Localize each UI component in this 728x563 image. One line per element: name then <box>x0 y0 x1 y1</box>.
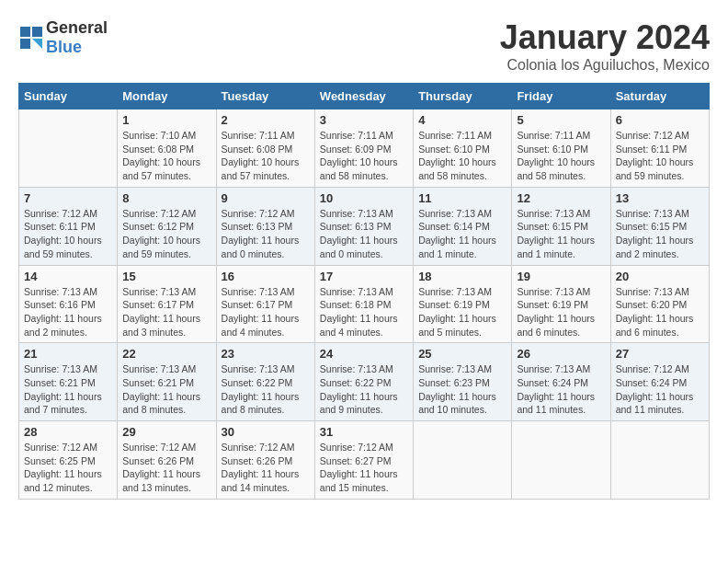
calendar-day-cell: 13Sunrise: 7:13 AM Sunset: 6:15 PM Dayli… <box>610 187 709 265</box>
day-detail: Sunrise: 7:12 AM Sunset: 6:26 PM Dayligh… <box>222 441 310 495</box>
day-of-week-header: Friday <box>512 84 610 109</box>
calendar-day-cell: 21Sunrise: 7:13 AM Sunset: 6:21 PM Dayli… <box>19 343 118 421</box>
logo-blue: Blue <box>46 38 82 56</box>
calendar-day-cell: 8Sunrise: 7:12 AM Sunset: 6:12 PM Daylig… <box>118 187 216 265</box>
day-number: 27 <box>616 347 704 361</box>
day-detail: Sunrise: 7:12 AM Sunset: 6:11 PM Dayligh… <box>616 129 704 183</box>
title-section: January 2024 Colonia los Aguiluchos, Mex… <box>500 18 710 74</box>
day-detail: Sunrise: 7:13 AM Sunset: 6:17 PM Dayligh… <box>122 285 210 339</box>
svg-rect-2 <box>32 27 42 37</box>
day-detail: Sunrise: 7:13 AM Sunset: 6:22 PM Dayligh… <box>320 362 408 417</box>
calendar-day-cell: 20Sunrise: 7:13 AM Sunset: 6:20 PM Dayli… <box>610 265 709 343</box>
day-number: 10 <box>320 191 408 205</box>
day-number: 15 <box>122 270 210 283</box>
day-number: 28 <box>24 425 112 439</box>
day-of-week-header: Thursday <box>414 84 512 109</box>
calendar-day-cell: 15Sunrise: 7:13 AM Sunset: 6:17 PM Dayli… <box>118 265 216 343</box>
day-number: 31 <box>320 425 408 439</box>
svg-rect-1 <box>20 27 30 37</box>
day-detail: Sunrise: 7:13 AM Sunset: 6:14 PM Dayligh… <box>418 207 506 261</box>
day-detail: Sunrise: 7:13 AM Sunset: 6:22 PM Dayligh… <box>222 362 310 417</box>
day-detail: Sunrise: 7:13 AM Sunset: 6:16 PM Dayligh… <box>24 285 112 339</box>
logo-icon <box>18 25 44 51</box>
day-number: 22 <box>122 347 210 361</box>
calendar-day-cell: 9Sunrise: 7:12 AM Sunset: 6:13 PM Daylig… <box>216 187 314 265</box>
logo-text: General Blue <box>46 18 108 57</box>
day-number: 9 <box>222 191 310 205</box>
calendar-day-cell <box>512 421 610 500</box>
day-detail: Sunrise: 7:13 AM Sunset: 6:18 PM Dayligh… <box>320 285 408 339</box>
calendar-day-cell: 19Sunrise: 7:13 AM Sunset: 6:19 PM Dayli… <box>512 265 610 343</box>
day-detail: Sunrise: 7:12 AM Sunset: 6:13 PM Dayligh… <box>222 207 310 261</box>
calendar-day-cell: 22Sunrise: 7:13 AM Sunset: 6:21 PM Dayli… <box>118 343 216 421</box>
day-of-week-header: Tuesday <box>216 84 314 109</box>
day-detail: Sunrise: 7:13 AM Sunset: 6:13 PM Dayligh… <box>320 207 408 261</box>
calendar-day-cell: 5Sunrise: 7:11 AM Sunset: 6:10 PM Daylig… <box>512 109 610 188</box>
day-number: 24 <box>320 347 408 361</box>
day-detail: Sunrise: 7:13 AM Sunset: 6:24 PM Dayligh… <box>517 362 605 417</box>
day-detail: Sunrise: 7:13 AM Sunset: 6:15 PM Dayligh… <box>616 207 704 261</box>
calendar-day-cell: 3Sunrise: 7:11 AM Sunset: 6:09 PM Daylig… <box>314 109 413 188</box>
day-number: 1 <box>122 113 210 127</box>
calendar-week-row: 1Sunrise: 7:10 AM Sunset: 6:08 PM Daylig… <box>19 109 710 188</box>
day-number: 12 <box>517 191 605 205</box>
calendar-day-cell: 6Sunrise: 7:12 AM Sunset: 6:11 PM Daylig… <box>610 109 709 188</box>
day-detail: Sunrise: 7:12 AM Sunset: 6:24 PM Dayligh… <box>616 362 704 417</box>
calendar-week-row: 14Sunrise: 7:13 AM Sunset: 6:16 PM Dayli… <box>19 265 710 343</box>
logo: General Blue <box>18 18 108 57</box>
day-detail: Sunrise: 7:11 AM Sunset: 6:10 PM Dayligh… <box>517 129 605 183</box>
month-title: January 2024 <box>500 18 710 57</box>
day-of-week-header: Sunday <box>19 84 118 109</box>
calendar-day-cell: 2Sunrise: 7:11 AM Sunset: 6:08 PM Daylig… <box>216 109 314 188</box>
svg-rect-3 <box>20 39 30 49</box>
day-of-week-header: Monday <box>118 84 216 109</box>
logo-general: General <box>46 18 108 37</box>
day-detail: Sunrise: 7:13 AM Sunset: 6:20 PM Dayligh… <box>616 285 704 339</box>
day-number: 5 <box>517 113 605 127</box>
day-number: 7 <box>24 191 112 205</box>
calendar-day-cell: 26Sunrise: 7:13 AM Sunset: 6:24 PM Dayli… <box>512 343 610 421</box>
day-detail: Sunrise: 7:13 AM Sunset: 6:17 PM Dayligh… <box>222 285 310 339</box>
day-of-week-header: Wednesday <box>314 84 413 109</box>
day-number: 20 <box>616 270 704 283</box>
calendar-day-cell: 31Sunrise: 7:12 AM Sunset: 6:27 PM Dayli… <box>314 421 413 500</box>
calendar-day-cell: 28Sunrise: 7:12 AM Sunset: 6:25 PM Dayli… <box>19 421 118 500</box>
day-number: 30 <box>222 425 310 439</box>
day-number: 16 <box>222 270 310 283</box>
day-number: 21 <box>24 347 112 361</box>
page-header: General Blue January 2024 Colonia los Ag… <box>18 18 710 74</box>
calendar-day-cell: 1Sunrise: 7:10 AM Sunset: 6:08 PM Daylig… <box>118 109 216 188</box>
day-detail: Sunrise: 7:12 AM Sunset: 6:25 PM Dayligh… <box>24 441 112 495</box>
day-detail: Sunrise: 7:13 AM Sunset: 6:15 PM Dayligh… <box>517 207 605 261</box>
calendar-week-row: 28Sunrise: 7:12 AM Sunset: 6:25 PM Dayli… <box>19 421 710 500</box>
day-number: 18 <box>418 270 506 283</box>
day-number: 14 <box>24 270 112 283</box>
day-detail: Sunrise: 7:12 AM Sunset: 6:27 PM Dayligh… <box>320 441 408 495</box>
calendar-day-cell: 7Sunrise: 7:12 AM Sunset: 6:11 PM Daylig… <box>19 187 118 265</box>
day-detail: Sunrise: 7:11 AM Sunset: 6:10 PM Dayligh… <box>418 129 506 183</box>
day-number: 6 <box>616 113 704 127</box>
calendar-day-cell: 25Sunrise: 7:13 AM Sunset: 6:23 PM Dayli… <box>414 343 512 421</box>
calendar-day-cell: 4Sunrise: 7:11 AM Sunset: 6:10 PM Daylig… <box>414 109 512 188</box>
day-detail: Sunrise: 7:10 AM Sunset: 6:08 PM Dayligh… <box>122 129 210 183</box>
calendar-day-cell <box>610 421 709 500</box>
day-number: 29 <box>122 425 210 439</box>
day-detail: Sunrise: 7:12 AM Sunset: 6:12 PM Dayligh… <box>122 207 210 261</box>
calendar-day-cell <box>19 109 118 188</box>
location-subtitle: Colonia los Aguiluchos, Mexico <box>500 57 710 74</box>
day-detail: Sunrise: 7:11 AM Sunset: 6:09 PM Dayligh… <box>320 129 408 183</box>
day-number: 3 <box>320 113 408 127</box>
calendar-week-row: 21Sunrise: 7:13 AM Sunset: 6:21 PM Dayli… <box>19 343 710 421</box>
day-detail: Sunrise: 7:13 AM Sunset: 6:21 PM Dayligh… <box>122 362 210 417</box>
calendar-day-cell: 12Sunrise: 7:13 AM Sunset: 6:15 PM Dayli… <box>512 187 610 265</box>
day-number: 8 <box>122 191 210 205</box>
day-detail: Sunrise: 7:12 AM Sunset: 6:26 PM Dayligh… <box>122 441 210 495</box>
day-number: 23 <box>222 347 310 361</box>
day-number: 13 <box>616 191 704 205</box>
day-detail: Sunrise: 7:11 AM Sunset: 6:08 PM Dayligh… <box>222 129 310 183</box>
day-detail: Sunrise: 7:13 AM Sunset: 6:21 PM Dayligh… <box>24 362 112 417</box>
calendar-day-cell: 24Sunrise: 7:13 AM Sunset: 6:22 PM Dayli… <box>314 343 413 421</box>
day-number: 26 <box>517 347 605 361</box>
day-number: 2 <box>222 113 310 127</box>
day-number: 4 <box>418 113 506 127</box>
